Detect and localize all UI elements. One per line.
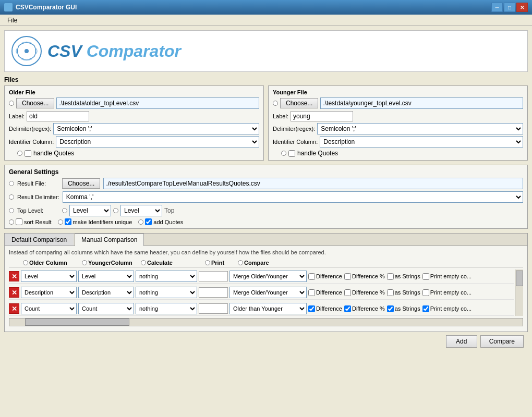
add-quotes-radio[interactable]	[138, 219, 143, 225]
older-col-select-row3[interactable]: Count	[21, 303, 77, 314]
younger-quotes-radio[interactable]	[281, 151, 286, 156]
as-strings-label-row3[interactable]: as Strings	[387, 305, 420, 312]
merge-select-row1[interactable]: Merge Older/Younger	[229, 271, 307, 282]
diff-pct-label-row1[interactable]: Difference %	[344, 273, 385, 280]
print-empty-label-row2[interactable]: Print empty co...	[422, 289, 471, 296]
older-quotes-radio[interactable]	[17, 151, 22, 156]
merge-select-row3[interactable]: Older than Younger	[229, 303, 307, 314]
younger-col-header-radio	[82, 260, 87, 265]
minimize-button[interactable]: ─	[491, 3, 503, 12]
sort-result-radio[interactable]	[9, 219, 14, 225]
diff-checkbox-row3[interactable]	[308, 305, 315, 312]
delete-row-1-button[interactable]: ✕	[9, 271, 19, 281]
older-file-radio[interactable]	[9, 101, 14, 106]
younger-label-input[interactable]	[291, 111, 353, 121]
diff-checkbox-row1[interactable]	[308, 273, 315, 280]
diff-pct-checkbox-row3[interactable]	[344, 305, 351, 312]
older-col-select-row2[interactable]: Description	[21, 287, 77, 298]
vertical-scrollbar[interactable]	[515, 269, 523, 316]
diff-label-row3[interactable]: Difference	[308, 305, 342, 312]
print-col-header-radio	[205, 260, 210, 265]
diff-pct-checkbox-row1[interactable]	[344, 273, 351, 280]
make-id-unique-checkbox[interactable]	[65, 218, 71, 225]
compare-button[interactable]: Compare	[480, 335, 524, 348]
younger-file-group: Younger File Choose... Label: Delimiter(…	[268, 85, 528, 161]
make-id-unique-radio[interactable]	[58, 219, 63, 225]
print-empty-checkbox-row2[interactable]	[422, 289, 429, 296]
diff-checkbox-row2[interactable]	[308, 289, 315, 296]
top-level-select1[interactable]: Level	[69, 205, 111, 216]
print-input-row2[interactable]	[199, 287, 228, 298]
as-strings-label-row2[interactable]: as Strings	[387, 289, 420, 296]
younger-file-path[interactable]	[320, 97, 523, 109]
v-scroll-thumb[interactable]	[516, 271, 523, 286]
h-scroll-thumb[interactable]	[25, 318, 129, 326]
print-empty-checkbox-row3[interactable]	[422, 305, 429, 312]
calculate-select-row1[interactable]: nothing	[136, 271, 197, 282]
diff-label-row1[interactable]: Difference	[308, 273, 342, 280]
younger-handle-quotes-checkbox[interactable]	[288, 150, 295, 157]
add-button[interactable]: Add	[446, 335, 477, 348]
print-input-row3[interactable]	[199, 303, 228, 314]
menu-file[interactable]: File	[3, 16, 21, 25]
diff-pct-label-row3[interactable]: Difference %	[344, 305, 385, 312]
top-level-select2[interactable]: Level	[120, 205, 162, 216]
older-col-select-row1[interactable]: Level	[21, 271, 77, 282]
result-delimiter-select[interactable]: Komma ','	[63, 191, 523, 203]
result-file-radio[interactable]	[9, 181, 14, 186]
top-level-select1-radio[interactable]	[62, 208, 67, 213]
diff-pct-label-row2[interactable]: Difference %	[344, 289, 385, 296]
older-identifier-select[interactable]: Description	[56, 136, 259, 148]
as-strings-checkbox-row2[interactable]	[387, 289, 394, 296]
result-delimiter-radio[interactable]	[9, 194, 14, 200]
col-header-younger: YoungerColumn	[82, 260, 139, 266]
horizontal-scrollbar[interactable]	[9, 318, 523, 326]
tab-manual-comparison[interactable]: Manual Comparison	[75, 234, 144, 246]
younger-file-label: Younger File	[273, 89, 523, 95]
younger-col-select-row2[interactable]: Description	[78, 287, 134, 298]
older-handle-quotes-checkbox[interactable]	[25, 150, 31, 157]
younger-col-select-row1[interactable]: Level	[78, 271, 134, 282]
sort-result-checkbox[interactable]	[16, 218, 22, 225]
older-delimiter-text: Delimiter(regex):	[9, 126, 51, 132]
younger-file-radio[interactable]	[273, 101, 278, 106]
younger-delimiter-select[interactable]: Semicolon ';'	[317, 123, 523, 134]
print-empty-label-row3[interactable]: Print empty co...	[422, 305, 471, 312]
compare-options-row3: Difference Difference % as Strings Print…	[308, 305, 514, 312]
older-label-input[interactable]	[27, 111, 89, 121]
younger-label-text: Label:	[273, 113, 288, 119]
print-empty-checkbox-row1[interactable]	[422, 273, 429, 280]
tab-default-comparison[interactable]: Default Comparison	[5, 234, 74, 246]
as-strings-checkbox-row3[interactable]	[387, 305, 394, 312]
merge-select-row2[interactable]: Merge Older/Younger	[229, 287, 307, 298]
older-delimiter-select[interactable]: Semicolon ';'	[53, 123, 259, 134]
maximize-button[interactable]: □	[504, 3, 515, 12]
younger-identifier-select[interactable]: Description	[320, 136, 523, 148]
close-button[interactable]: ✕	[516, 3, 528, 12]
result-file-label: Result File:	[17, 180, 59, 187]
younger-choose-button[interactable]: Choose...	[280, 98, 318, 108]
delete-row-2-button[interactable]: ✕	[9, 287, 19, 298]
top-level-radio[interactable]	[9, 208, 14, 213]
diff-label-row2[interactable]: Difference	[308, 289, 342, 296]
younger-identifier-text: Identifier Column:	[273, 139, 318, 145]
calculate-select-row3[interactable]: nothing	[136, 303, 197, 314]
print-empty-label-row1[interactable]: Print empty co...	[422, 273, 471, 280]
delete-row-3-button[interactable]: ✕	[9, 303, 19, 314]
as-strings-label-row1[interactable]: as Strings	[387, 273, 420, 280]
older-file-path[interactable]	[56, 97, 259, 109]
diff-pct-checkbox-row2[interactable]	[344, 289, 351, 296]
older-choose-button[interactable]: Choose...	[16, 98, 54, 108]
col-header-print: Print	[205, 260, 236, 266]
result-file-choose-button[interactable]: Choose...	[62, 178, 100, 189]
as-strings-checkbox-row1[interactable]	[387, 273, 394, 280]
calculate-select-row2[interactable]: nothing	[136, 287, 197, 298]
make-id-unique-label: make Identifiers unique	[73, 219, 132, 225]
younger-col-select-row3[interactable]: Count	[78, 303, 134, 314]
compare-options-row2: Difference Difference % as Strings Print…	[308, 289, 514, 296]
print-input-row1[interactable]	[199, 271, 228, 281]
top-level-select2-radio[interactable]	[113, 208, 118, 213]
add-quotes-checkbox[interactable]	[145, 218, 152, 225]
table-row: ✕ Level Level nothing Merge Older/Younge	[9, 269, 514, 284]
result-file-path[interactable]	[103, 178, 523, 189]
